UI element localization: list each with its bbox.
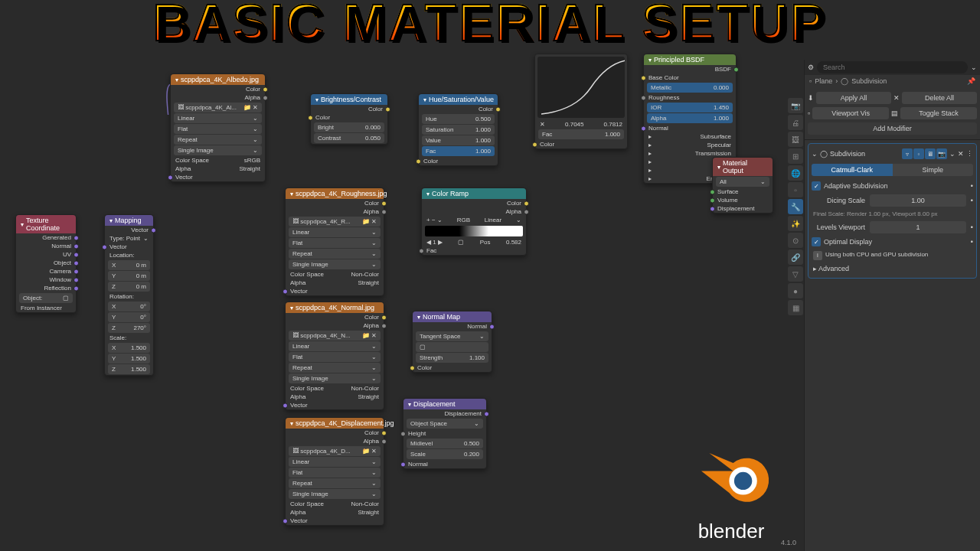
apply-all-button[interactable]: Apply All bbox=[816, 92, 891, 104]
proj[interactable]: Flat bbox=[174, 124, 262, 134]
socket-bsdf[interactable]: BSDF bbox=[644, 65, 736, 73]
socket-reflection[interactable]: Reflection bbox=[16, 284, 76, 292]
src[interactable]: Single Image bbox=[289, 489, 381, 499]
node-header[interactable]: scppdpca_4K_Roughness.jpg bbox=[286, 188, 384, 199]
socket-color[interactable]: Color bbox=[422, 199, 526, 207]
socket-generated[interactable]: Generated bbox=[16, 233, 76, 242]
tab-view[interactable]: 🖼 bbox=[788, 132, 803, 147]
grp-specular[interactable]: ▸ Specular bbox=[644, 141, 736, 149]
socket-alpha[interactable]: Alpha bbox=[286, 207, 384, 216]
options-icon[interactable]: ⚙ bbox=[808, 64, 814, 71]
node-rgb-curves[interactable]: ✕0.70450.7812 Fac1.000 Color bbox=[534, 54, 628, 149]
ext[interactable]: Repeat bbox=[289, 363, 381, 373]
scl-z[interactable]: Z1.500 bbox=[108, 364, 150, 374]
socket-alpha[interactable]: Alpha bbox=[171, 93, 265, 102]
image-file[interactable]: 🖼 scppdpca_4K_R...📁 ✕ bbox=[289, 217, 381, 227]
ramp-pos[interactable]: ◀ 1 ▶▢Pos0.582 bbox=[422, 238, 526, 246]
image-file[interactable]: 🖼 scppdpca_4K_D...📁 ✕ bbox=[289, 446, 381, 456]
metallic[interactable]: Metallic0.000 bbox=[647, 83, 733, 93]
socket-object[interactable]: Object bbox=[16, 259, 76, 267]
adaptive-check[interactable]: ✓Adaptive Subdivision• bbox=[812, 179, 973, 193]
colorspace[interactable]: Color SpacesRGB bbox=[171, 156, 265, 165]
interp[interactable]: Linear bbox=[289, 341, 381, 351]
src[interactable]: Single Image bbox=[174, 145, 262, 155]
mod-render-icon[interactable]: 📷 bbox=[936, 148, 947, 159]
space[interactable]: Tangent Space bbox=[416, 331, 488, 341]
tab-particles[interactable]: ✨ bbox=[788, 216, 803, 231]
socket-color[interactable]: Color bbox=[286, 313, 384, 321]
socket-basecolor[interactable]: Base Color bbox=[644, 73, 736, 82]
socket-color[interactable]: Color bbox=[286, 199, 384, 207]
stack-icon[interactable]: ▤ bbox=[891, 109, 898, 117]
add-modifier-button[interactable]: Add Modifier bbox=[808, 122, 977, 135]
object-field[interactable]: Object:▢ bbox=[19, 293, 73, 303]
colorspace[interactable]: Color SpaceNon-Color bbox=[286, 384, 384, 393]
alpha-mode[interactable]: AlphaStraight bbox=[286, 393, 384, 401]
node-header[interactable]: scppdpca_4K_Displacement.jpg bbox=[286, 418, 384, 429]
socket-vector[interactable]: Vector bbox=[286, 517, 384, 525]
modifier-header[interactable]: ⌄ ◯ Subdivision ▿ ▫ 🖥 📷 ⌄ ✕ ⋮ bbox=[812, 147, 973, 161]
socket-normal-out[interactable]: Normal bbox=[413, 322, 492, 331]
proj[interactable]: Flat bbox=[289, 238, 381, 248]
ramp-gradient[interactable] bbox=[425, 226, 523, 236]
rot-x[interactable]: X0° bbox=[108, 302, 150, 311]
socket-alpha[interactable]: Alpha bbox=[286, 321, 384, 330]
interp[interactable]: Linear bbox=[174, 113, 262, 123]
node-material-output[interactable]: Material Output All Surface Volume Displ… bbox=[712, 157, 773, 214]
target[interactable]: All bbox=[716, 177, 769, 187]
toggle-stack-button[interactable]: Toggle Stack bbox=[900, 107, 977, 119]
viewport-icon[interactable]: ▫ bbox=[808, 109, 810, 117]
tab-physics[interactable]: ⊙ bbox=[788, 233, 803, 248]
tab-catmull[interactable]: Catmull-Clark bbox=[812, 164, 893, 176]
tab-object[interactable]: ▫ bbox=[788, 182, 803, 197]
socket-normal[interactable]: Normal bbox=[644, 124, 736, 132]
curve-coords[interactable]: ✕0.70450.7812 bbox=[535, 120, 627, 129]
socket-vector-in[interactable]: Vector bbox=[105, 243, 153, 251]
filter-icon[interactable]: ⌄ bbox=[971, 64, 977, 71]
scl-y[interactable]: Y1.500 bbox=[108, 354, 150, 364]
node-header[interactable]: Hue/Saturation/Value bbox=[419, 94, 498, 105]
tab-simple[interactable]: Simple bbox=[893, 164, 974, 176]
midlevel[interactable]: Midlevel0.500 bbox=[407, 439, 483, 448]
node-hsv[interactable]: Hue/Saturation/Value Color Hue0.500 Satu… bbox=[418, 93, 498, 166]
alpha-mode[interactable]: AlphaStraight bbox=[286, 279, 384, 287]
tab-texture[interactable]: ▦ bbox=[788, 300, 803, 315]
contrast[interactable]: Contrast0.050 bbox=[314, 133, 384, 143]
socket-vector[interactable]: Vector bbox=[286, 287, 384, 295]
alpha-mode[interactable]: AlphaStraight bbox=[171, 165, 265, 173]
val[interactable]: Value1.000 bbox=[422, 135, 495, 145]
mod-extra-icon[interactable]: ⋮ bbox=[966, 150, 973, 158]
mod-name[interactable]: Subdivision bbox=[830, 150, 865, 158]
bright[interactable]: Bright0.000 bbox=[314, 122, 384, 132]
close-icon[interactable]: ✕ bbox=[893, 94, 900, 102]
mod-close-icon[interactable]: ✕ bbox=[958, 150, 964, 158]
node-mapping[interactable]: Mapping Vector Type:Point⌄ Vector Locati… bbox=[104, 214, 154, 376]
scl-x[interactable]: X1.500 bbox=[108, 343, 150, 353]
socket-color-out[interactable]: Color bbox=[311, 105, 387, 113]
socket-disp-out[interactable]: Displacement bbox=[403, 409, 486, 418]
from-instancer[interactable]: From Instancer bbox=[16, 304, 76, 312]
socket-color[interactable]: Color bbox=[171, 85, 265, 93]
grp-subsurface[interactable]: ▸ Subsurface bbox=[644, 132, 736, 141]
mod-menu-icon[interactable]: ⌄ bbox=[949, 150, 956, 158]
socket-color-out[interactable]: Color bbox=[419, 105, 498, 113]
tab-modifiers[interactable]: 🔧 bbox=[788, 199, 803, 214]
socket-uv[interactable]: UV bbox=[16, 250, 76, 259]
node-header[interactable]: Normal Map bbox=[413, 311, 492, 322]
node-texture-coordinate[interactable]: Texture Coordinate Generated Normal UV O… bbox=[15, 214, 77, 313]
socket-window[interactable]: Window bbox=[16, 276, 76, 284]
proj[interactable]: Flat bbox=[289, 468, 381, 478]
node-header[interactable]: Color Ramp bbox=[422, 188, 526, 199]
socket-alpha[interactable]: Alpha bbox=[286, 437, 384, 445]
socket-fac[interactable]: Fac bbox=[422, 246, 526, 255]
loc-y[interactable]: Y0 m bbox=[108, 271, 150, 281]
scale[interactable]: Scale0.200 bbox=[407, 449, 483, 459]
alpha-mode[interactable]: AlphaStraight bbox=[286, 508, 384, 517]
colorspace[interactable]: Color SpaceNon-Color bbox=[286, 270, 384, 279]
dicing-scale[interactable]: Dicing Scale1.00• bbox=[812, 193, 973, 208]
image-file[interactable]: 🖼 scppdpca_4K_Al...📁 ✕ bbox=[174, 103, 262, 112]
mod-cage-icon[interactable]: ▫ bbox=[913, 148, 924, 159]
socket-color-in[interactable]: Color bbox=[413, 364, 492, 372]
tab-world[interactable]: 🌐 bbox=[788, 165, 803, 181]
node-tex-albedo[interactable]: scppdpca_4K_Albedo.jpg Color Alpha 🖼 scp… bbox=[170, 73, 266, 182]
